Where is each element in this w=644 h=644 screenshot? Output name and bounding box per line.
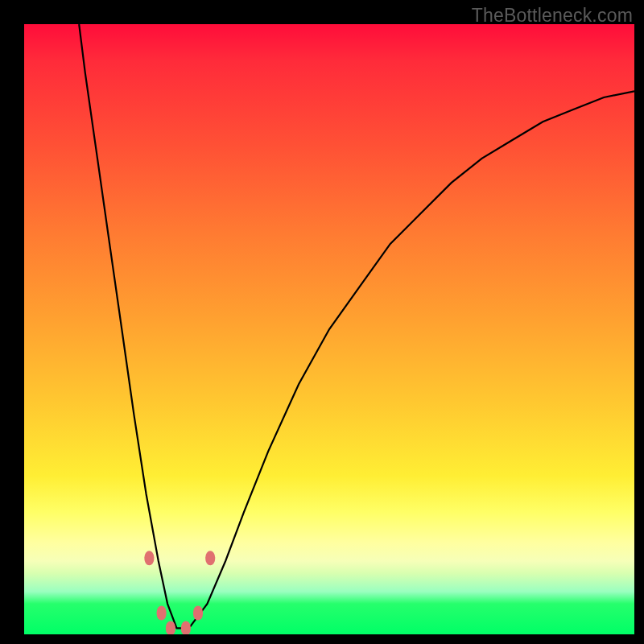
curve-marker	[157, 606, 167, 621]
bottleneck-curve	[79, 24, 634, 628]
curve-markers	[144, 551, 215, 634]
curve-marker	[205, 551, 215, 565]
plot-area	[24, 24, 634, 634]
chart-frame: TheBottleneck.com	[0, 0, 644, 644]
curve-marker	[181, 621, 191, 634]
curve-marker	[144, 551, 154, 565]
curve-marker	[193, 606, 203, 621]
watermark-text: TheBottleneck.com	[472, 5, 633, 27]
curve-marker	[166, 621, 175, 634]
bottleneck-curve-svg	[24, 24, 634, 634]
